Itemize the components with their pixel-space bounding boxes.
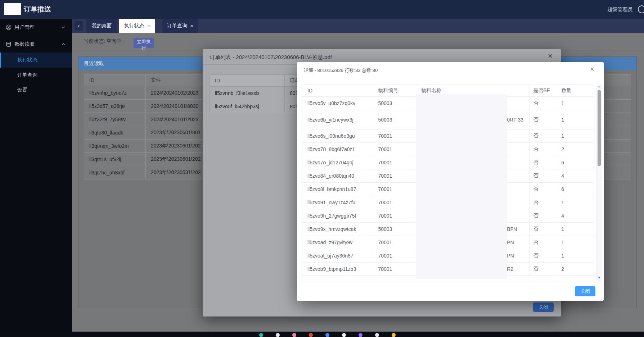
cell-material-code: 50003	[373, 97, 416, 110]
detail-modal-close-button[interactable]: 关闭	[575, 286, 595, 296]
column-header-id: ID	[84, 74, 146, 86]
chevron-up-icon	[61, 42, 66, 46]
cell-id: ll5z32r9_7y58sv	[84, 113, 146, 126]
cell-qty: 2	[556, 143, 594, 156]
cell-id: ll5zvo6s_i09nu6o3gu	[302, 129, 373, 142]
cell-material-code: 70001	[373, 249, 416, 262]
cell-bf: 否	[530, 249, 556, 262]
cell-bf: 否	[530, 169, 556, 182]
close-icon[interactable]: ×	[548, 51, 553, 61]
cell-material-code: 70001	[373, 183, 416, 196]
sidebar-group-data-reading[interactable]: 数据读取	[0, 36, 72, 53]
cell-qty: 1	[556, 196, 594, 209]
column-header-qty: 数量	[556, 85, 594, 96]
sidebar-item-order-query[interactable]: 订单查询	[0, 68, 72, 83]
cell-material-code: 70001	[373, 169, 416, 182]
execute-now-button[interactable]: 立即执行	[134, 38, 154, 48]
cell-bf: 否	[530, 129, 556, 142]
cell-id: ll5zvnhp_bync7z	[84, 86, 146, 99]
user-avatar-icon[interactable]	[638, 5, 644, 13]
cell-qty: 1	[556, 249, 594, 262]
cell-material-code: 70001	[373, 263, 416, 275]
current-user-label[interactable]: 超级管理员	[607, 0, 632, 19]
order-modal-title: 订单列表 - 2024\20240102\20230606-BLV-紧急.pdf	[210, 54, 332, 61]
cell-material-code: 70001	[373, 156, 416, 169]
taskbar-app-pink-icon[interactable]	[292, 333, 296, 337]
cell-id: ll5zvo84_er080tqn40	[302, 169, 373, 182]
cell-bf: 否	[530, 143, 556, 156]
tab-bar: ‹ 我的桌面执行状态×订单查询×	[72, 19, 644, 33]
cell-id: ll5zvo9x_hmvzqwtcek	[302, 223, 373, 236]
tab-bar-tabs: 我的桌面执行状态×订单查询×	[86, 19, 198, 33]
chevron-down-icon	[61, 25, 66, 29]
cell-qty: 4	[556, 209, 594, 222]
taskbar-strip	[0, 332, 644, 337]
cell-material-code: 70001	[373, 143, 416, 156]
cell-qty: 1	[556, 236, 594, 249]
cell-id: ll5zvo9h_27gwggb75l	[302, 209, 373, 222]
cell-id: ll3qt7hc_ah8xbf	[84, 166, 146, 179]
cell-material-code: 70001	[373, 196, 416, 209]
cell-id: ll5zvo91_owy1z4z7fu	[302, 196, 373, 209]
scrollbar-track[interactable]: ▲ ▼	[596, 85, 602, 282]
redaction-overlay	[416, 94, 507, 279]
cell-bf: 否	[530, 110, 556, 129]
detail-modal-title: 详细 - 8010153826 行数:33 总数:80	[304, 67, 378, 74]
taskbar-app-white-3-icon[interactable]	[375, 333, 379, 337]
tab-order-query[interactable]: 订单查询×	[162, 19, 198, 33]
user-icon	[6, 24, 12, 30]
scroll-down-icon[interactable]: ▼	[598, 276, 601, 279]
status-value: 空闲中	[107, 38, 122, 44]
taskbar-app-white-1-icon[interactable]	[276, 333, 280, 337]
taskbar-app-teal-icon[interactable]	[259, 333, 263, 337]
scroll-up-icon[interactable]: ▲	[598, 85, 600, 88]
material-name-fragment: R2	[507, 266, 513, 272]
column-header-id: ID	[302, 85, 373, 96]
scrollbar-thumb[interactable]	[598, 90, 601, 166]
cell-id: ll5zvoat_uj7ay36n87	[302, 249, 373, 262]
cell-id: ll5zvo8l_bmkpnn1u87	[302, 183, 373, 196]
taskbar-app-purple-icon[interactable]	[359, 333, 362, 337]
order-modal-close-button[interactable]: 关闭	[533, 302, 554, 312]
cell-id: ll5zvo78_8bg6f7a0z1	[302, 143, 373, 156]
cell-id: ll5zvo7o_jd12704gnj	[302, 156, 373, 169]
material-name-fragment: 0RF 33	[507, 117, 523, 123]
close-icon[interactable]: ×	[147, 23, 150, 29]
cell-bf: 否	[530, 156, 556, 169]
taskbar-app-blue-icon[interactable]	[325, 333, 329, 337]
cell-id: ll5zvo5v_u0bz7zq0kv	[302, 97, 373, 110]
database-icon	[6, 41, 12, 47]
sidebar-group-user-management[interactable]: 用户管理	[0, 19, 72, 36]
cell-id: ll3qth1s_ufv2lj	[84, 153, 146, 166]
tab-my-desktop[interactable]: 我的桌面	[86, 19, 117, 33]
cell-qty: 6	[556, 156, 594, 169]
sidebar-item-exec-status[interactable]: 执行状态	[0, 53, 72, 68]
cell-bf: 否	[530, 223, 556, 236]
cell-qty: 4	[556, 169, 594, 182]
sidebar-group-label: 用户管理	[14, 24, 35, 31]
cell-qty: 1	[556, 110, 594, 129]
taskbar-app-yellow-icon[interactable]	[392, 333, 396, 337]
close-icon[interactable]: ×	[590, 65, 594, 73]
sidebar: 用户管理 数据读取 执行状态订单查询设置	[0, 19, 72, 332]
sidebar-group-label: 数据读取	[14, 41, 35, 47]
column-header-id: ID	[210, 75, 285, 86]
taskbar-app-red-icon[interactable]	[309, 333, 313, 337]
tab-label: 执行状态	[124, 23, 144, 29]
cell-bf: 否	[530, 263, 556, 275]
material-name-fragment: PN	[507, 240, 514, 245]
tabs-scroll-left-button[interactable]: ‹	[75, 21, 83, 31]
detail-modal: 详细 - 8010153826 行数:33 总数:80 × ID 物料编号 物料…	[297, 62, 604, 301]
cell-bf: 否	[530, 97, 556, 110]
cell-id: ll3qto30_lfaudk	[84, 126, 146, 139]
cell-id: ll5z3d57_q36rje	[84, 100, 146, 113]
cell-bf: 否	[530, 209, 556, 222]
cell-bf: 否	[530, 183, 556, 196]
sidebar-item-settings[interactable]: 设置	[0, 83, 72, 98]
cell-qty: 1	[556, 97, 594, 110]
tab-exec-status[interactable]: 执行状态×	[119, 19, 155, 33]
close-icon[interactable]: ×	[190, 23, 193, 29]
cell-material-code: 70001	[373, 209, 416, 222]
cell-bf: 否	[530, 236, 556, 249]
taskbar-app-white-2-icon[interactable]	[342, 333, 346, 337]
